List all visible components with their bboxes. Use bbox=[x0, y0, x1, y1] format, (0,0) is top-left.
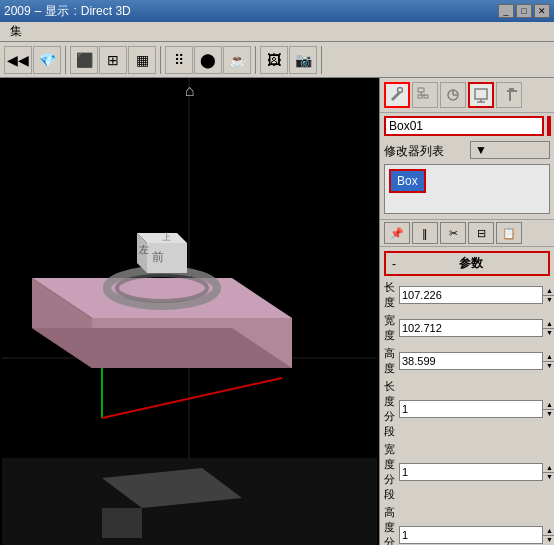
toolbar-camera-button[interactable]: 📷 bbox=[289, 46, 317, 74]
title-mode: Direct 3D bbox=[81, 4, 131, 18]
maximize-button[interactable]: □ bbox=[516, 4, 532, 18]
title-bar: 2009 – 显示 : Direct 3D _ □ ✕ bbox=[0, 0, 554, 22]
hierarchy-icon bbox=[417, 87, 433, 103]
svg-text:上: 上 bbox=[162, 232, 171, 242]
minimize-button[interactable]: _ bbox=[498, 4, 514, 18]
close-button[interactable]: ✕ bbox=[534, 4, 550, 18]
rt-btn-motion[interactable] bbox=[440, 82, 466, 108]
height-seg-spinner-down[interactable]: ▼ bbox=[543, 536, 554, 545]
viewport[interactable]: ⌂ bbox=[0, 78, 379, 545]
height-spinner-down[interactable]: ▼ bbox=[543, 362, 554, 371]
rt-btn-display[interactable] bbox=[468, 82, 494, 108]
param-input-length-seg[interactable] bbox=[400, 401, 542, 417]
params-section: - 参数 长度 ▲ ▼ 宽度 bbox=[380, 247, 554, 545]
title-bar-title: 2009 – 显示 : Direct 3D bbox=[4, 3, 131, 20]
param-label-width: 宽度 bbox=[384, 313, 395, 343]
param-spinner-width-seg: ▲ ▼ bbox=[542, 463, 554, 481]
name-row bbox=[380, 113, 554, 139]
length-spinner-down[interactable]: ▼ bbox=[543, 296, 554, 305]
color-swatch[interactable] bbox=[547, 116, 551, 136]
modifier-list-box: Box bbox=[384, 164, 550, 214]
height-spinner-up[interactable]: ▲ bbox=[543, 352, 554, 362]
param-label-height-seg: 高度分段 bbox=[384, 505, 395, 545]
param-spinner-height-seg: ▲ ▼ bbox=[542, 526, 554, 544]
param-input-width-wrap: ▲ ▼ bbox=[399, 319, 554, 337]
param-input-height-seg-wrap: ▲ ▼ bbox=[399, 526, 554, 544]
modifier-section: 修改器列表 ▼ Box bbox=[380, 139, 554, 219]
length-seg-spinner-down[interactable]: ▼ bbox=[543, 410, 554, 419]
title-colon: : bbox=[73, 4, 76, 18]
param-input-length-wrap: ▲ ▼ bbox=[399, 286, 554, 304]
scene-svg: 前 左 上 bbox=[0, 78, 379, 545]
toolbar-layers-button[interactable]: ⬛ bbox=[70, 46, 98, 74]
param-row-width: 宽度 ▲ ▼ bbox=[384, 313, 550, 343]
motion-icon bbox=[445, 87, 461, 103]
menu-item-ji[interactable]: 集 bbox=[4, 21, 28, 42]
home-icon: ⌂ bbox=[185, 82, 195, 100]
title-bar-buttons: _ □ ✕ bbox=[498, 4, 550, 18]
toolbar-group-nav: ◀◀ 💎 bbox=[4, 46, 66, 74]
height-seg-spinner-up[interactable]: ▲ bbox=[543, 526, 554, 536]
toolbar-gem-button[interactable]: 💎 bbox=[33, 46, 61, 74]
param-label-height: 高度 bbox=[384, 346, 395, 376]
param-row-height: 高度 ▲ ▼ bbox=[384, 346, 550, 376]
width-seg-spinner-down[interactable]: ▼ bbox=[543, 473, 554, 482]
mod-btn-copy[interactable]: 📋 bbox=[496, 222, 522, 244]
toolbar-mug-button[interactable]: ☕ bbox=[223, 46, 251, 74]
param-row-width-seg: 宽度分段 ▲ ▼ bbox=[384, 442, 550, 502]
hammer-icon bbox=[501, 87, 517, 103]
toolbar-prev-button[interactable]: ◀◀ bbox=[4, 46, 32, 74]
length-spinner-up[interactable]: ▲ bbox=[543, 286, 554, 296]
param-input-height-wrap: ▲ ▼ bbox=[399, 352, 554, 370]
toolbar: ◀◀ 💎 ⬛ ⊞ ▦ ⠿ ⬤ ☕ 🖼 📷 bbox=[0, 42, 554, 78]
svg-marker-19 bbox=[102, 508, 142, 538]
param-label-length-seg: 长度分段 bbox=[384, 379, 395, 439]
svg-rect-29 bbox=[475, 89, 487, 99]
mod-btn-vert[interactable]: ‖ bbox=[412, 222, 438, 244]
svg-point-20 bbox=[398, 88, 403, 93]
mod-btn-pin[interactable]: 📌 bbox=[384, 222, 410, 244]
title-year: 2009 bbox=[4, 4, 31, 18]
toolbar-table-button[interactable]: ▦ bbox=[128, 46, 156, 74]
param-input-width-seg[interactable] bbox=[400, 464, 542, 480]
mod-btn-paste[interactable]: ⊟ bbox=[468, 222, 494, 244]
param-row-length: 长度 ▲ ▼ bbox=[384, 280, 550, 310]
param-row-height-seg: 高度分段 ▲ ▼ bbox=[384, 505, 550, 545]
main-area: ⌂ bbox=[0, 78, 554, 545]
modifier-item-box[interactable]: Box bbox=[389, 169, 426, 193]
width-seg-spinner-up[interactable]: ▲ bbox=[543, 463, 554, 473]
toolbar-group-layers: ⬛ ⊞ ▦ bbox=[70, 46, 161, 74]
rt-btn-utilities[interactable] bbox=[496, 82, 522, 108]
toolbar-render-button[interactable]: 🖼 bbox=[260, 46, 288, 74]
name-input[interactable] bbox=[384, 116, 544, 136]
rt-btn-hierarchy[interactable] bbox=[412, 82, 438, 108]
param-row-length-seg: 长度分段 ▲ ▼ bbox=[384, 379, 550, 439]
svg-rect-33 bbox=[507, 90, 517, 92]
svg-text:前: 前 bbox=[152, 250, 164, 264]
param-input-length[interactable] bbox=[400, 287, 542, 303]
toolbar-grid-button[interactable]: ⊞ bbox=[99, 46, 127, 74]
param-input-width[interactable] bbox=[400, 320, 542, 336]
svg-rect-21 bbox=[418, 88, 424, 92]
param-spinner-height: ▲ ▼ bbox=[542, 352, 554, 370]
modifier-list-label: 修改器列表 ▼ bbox=[384, 141, 550, 162]
right-panel: 修改器列表 ▼ Box 📌 ‖ ✂ ⊟ 📋 - 参数 bbox=[379, 78, 554, 545]
right-toolbar bbox=[380, 78, 554, 113]
param-spinner-width: ▲ ▼ bbox=[542, 319, 554, 337]
param-input-height[interactable] bbox=[400, 353, 542, 369]
toolbar-dots-button[interactable]: ⠿ bbox=[165, 46, 193, 74]
params-header[interactable]: - 参数 bbox=[384, 251, 550, 276]
menu-bar: 集 bbox=[0, 22, 554, 42]
rt-btn-settings[interactable] bbox=[384, 82, 410, 108]
param-input-height-seg[interactable] bbox=[400, 527, 542, 543]
svg-text:左: 左 bbox=[139, 244, 149, 255]
display-icon bbox=[473, 87, 489, 103]
toolbar-sphere-button[interactable]: ⬤ bbox=[194, 46, 222, 74]
modifier-dropdown[interactable]: ▼ bbox=[470, 141, 550, 159]
length-seg-spinner-up[interactable]: ▲ bbox=[543, 400, 554, 410]
param-label-width-seg: 宽度分段 bbox=[384, 442, 395, 502]
title-display: 显示 bbox=[45, 3, 69, 20]
mod-btn-cut[interactable]: ✂ bbox=[440, 222, 466, 244]
width-spinner-down[interactable]: ▼ bbox=[543, 329, 554, 338]
width-spinner-up[interactable]: ▲ bbox=[543, 319, 554, 329]
